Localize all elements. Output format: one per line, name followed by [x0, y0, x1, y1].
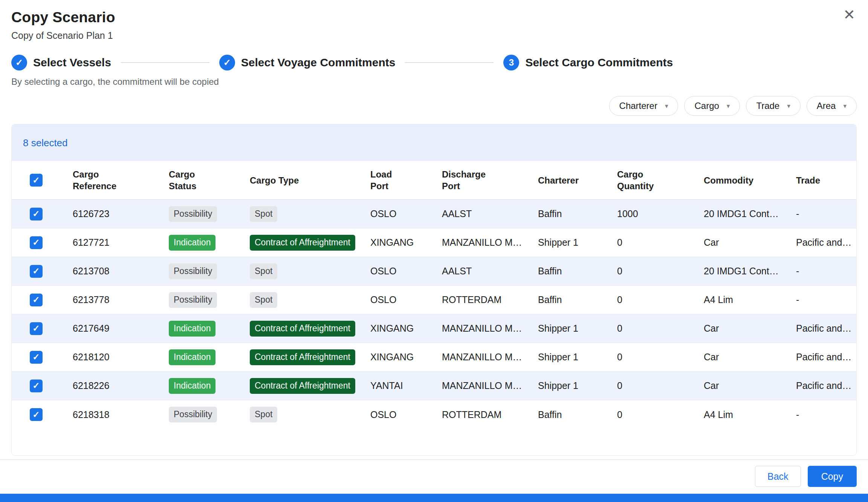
cell-cargo-type: Spot [238, 200, 358, 228]
cell-trade: Pacific and So… [784, 372, 856, 400]
table-row[interactable]: ✓ 6218120 Indication Contract of Affreig… [12, 343, 856, 372]
table-body: ✓ 6126723 Possibility Spot OSLO AALST Ba… [12, 200, 856, 429]
cell-cargo-quantity: 0 [605, 257, 692, 286]
filter-area[interactable]: Area ▾ [807, 96, 857, 116]
header-line: Cargo [169, 168, 238, 180]
dialog-header: Copy Scenario Copy of Scenario Plan 1 ✕ [0, 0, 868, 41]
header-line: Quantity [617, 180, 692, 192]
header-line: Cargo Type [250, 174, 358, 186]
row-checkbox-cell: ✓ [12, 372, 61, 400]
table-row[interactable]: ✓ 6126723 Possibility Spot OSLO AALST Ba… [12, 200, 856, 228]
cell-load-port: XINGANG [358, 343, 430, 372]
table-header-row: ✓ Cargo Reference Cargo Status Cargo Typ… [12, 161, 856, 200]
selection-count: 8 selected [23, 137, 68, 148]
header-line: Commodity [704, 174, 784, 186]
dialog-footer: Back Copy [0, 459, 868, 494]
col-header-discharge-port: Discharge Port [430, 161, 526, 200]
filter-cargo-label: Cargo [694, 101, 719, 111]
cell-charterer: Baffin [526, 200, 605, 228]
cell-cargo-quantity: 0 [605, 228, 692, 257]
check-icon: ✓ [223, 57, 231, 68]
header-line: Port [442, 180, 526, 192]
row-checkbox[interactable]: ✓ [30, 265, 43, 278]
header-line: Status [169, 180, 238, 192]
cell-charterer: Shipper 1 [526, 228, 605, 257]
cargo-type-badge: Spot [250, 263, 277, 279]
cargo-status-badge: Indication [169, 321, 215, 337]
cell-cargo-status: Indication [157, 228, 238, 257]
copy-button[interactable]: Copy [808, 466, 857, 487]
cell-commodity: Car [692, 228, 784, 257]
cell-trade: Pacific and So… [784, 314, 856, 343]
filter-area-label: Area [817, 101, 836, 111]
col-header-load-port: Load Port [358, 161, 430, 200]
cell-cargo-type: Contract of Affreightment [238, 372, 358, 400]
step3-label: Select Cargo Commitments [525, 56, 673, 69]
filter-charterer[interactable]: Charterer ▾ [609, 96, 679, 116]
row-checkbox-cell: ✓ [12, 257, 61, 286]
chevron-down-icon: ▾ [727, 102, 730, 110]
cell-cargo-reference: 6218318 [61, 400, 157, 429]
cell-discharge-port: MANZANILLO MEX [430, 372, 526, 400]
step-select-cargo-commitments[interactable]: 3 Select Cargo Commitments [503, 55, 673, 70]
cell-discharge-port: ROTTERDAM [430, 286, 526, 314]
table-row[interactable]: ✓ 6218318 Possibility Spot OSLO ROTTERDA… [12, 400, 856, 429]
row-checkbox[interactable]: ✓ [30, 208, 43, 220]
header-line: Load [370, 168, 430, 180]
cell-cargo-status: Indication [157, 343, 238, 372]
selection-summary-bar: 8 selected [12, 124, 856, 161]
row-checkbox-cell: ✓ [12, 286, 61, 314]
cargo-type-badge: Spot [250, 407, 277, 422]
cell-cargo-status: Possibility [157, 286, 238, 314]
select-all-checkbox[interactable]: ✓ [30, 174, 43, 187]
row-checkbox[interactable]: ✓ [30, 380, 43, 392]
cell-commodity: 20 IMDG1 Conta… [692, 200, 784, 228]
row-checkbox[interactable]: ✓ [30, 236, 43, 249]
row-checkbox-cell: ✓ [12, 314, 61, 343]
row-checkbox[interactable]: ✓ [30, 408, 43, 421]
header-line: Charterer [538, 174, 605, 186]
row-checkbox[interactable]: ✓ [30, 351, 43, 364]
cargo-status-badge: Indication [169, 378, 215, 394]
cell-charterer: Baffin [526, 400, 605, 429]
row-checkbox[interactable]: ✓ [30, 294, 43, 306]
filter-trade[interactable]: Trade ▾ [746, 96, 800, 116]
cell-charterer: Shipper 1 [526, 343, 605, 372]
step-select-voyage-commitments[interactable]: ✓ Select Voyage Commitments [219, 55, 396, 70]
cell-cargo-reference: 6218120 [61, 343, 157, 372]
cell-cargo-reference: 6213708 [61, 257, 157, 286]
cell-trade: - [784, 286, 856, 314]
back-button[interactable]: Back [755, 466, 801, 487]
cell-charterer: Baffin [526, 257, 605, 286]
row-checkbox[interactable]: ✓ [30, 322, 43, 335]
table-row[interactable]: ✓ 6213708 Possibility Spot OSLO AALST Ba… [12, 257, 856, 286]
step-select-vessels[interactable]: ✓ Select Vessels [11, 55, 111, 70]
chevron-down-icon: ▾ [665, 102, 668, 110]
cell-cargo-quantity: 0 [605, 286, 692, 314]
page-title: Copy Scenario [11, 9, 857, 26]
table-row[interactable]: ✓ 6127721 Indication Contract of Affreig… [12, 228, 856, 257]
step-connector [405, 62, 494, 63]
table-row[interactable]: ✓ 6217649 Indication Contract of Affreig… [12, 314, 856, 343]
table-row[interactable]: ✓ 6218226 Indication Contract of Affreig… [12, 372, 856, 400]
header-line: Discharge [442, 168, 526, 180]
cell-cargo-reference: 6218226 [61, 372, 157, 400]
cell-commodity: Car [692, 372, 784, 400]
cell-discharge-port: MANZANILLO MEX [430, 228, 526, 257]
cell-cargo-status: Indication [157, 372, 238, 400]
cell-charterer: Shipper 1 [526, 314, 605, 343]
cell-trade: - [784, 257, 856, 286]
cell-discharge-port: MANZANILLO MEX [430, 314, 526, 343]
filter-cargo[interactable]: Cargo ▾ [684, 96, 740, 116]
step2-label: Select Voyage Commitments [241, 56, 396, 69]
close-icon[interactable]: ✕ [843, 8, 855, 22]
cell-load-port: OSLO [358, 286, 430, 314]
cell-cargo-type: Spot [238, 400, 358, 429]
cargo-type-badge: Contract of Affreightment [250, 321, 355, 337]
cell-trade: - [784, 400, 856, 429]
cell-trade: - [784, 200, 856, 228]
table-row[interactable]: ✓ 6213778 Possibility Spot OSLO ROTTERDA… [12, 286, 856, 314]
step1-complete-circle: ✓ [11, 55, 27, 70]
cell-load-port: YANTAI [358, 372, 430, 400]
cell-load-port: XINGANG [358, 228, 430, 257]
